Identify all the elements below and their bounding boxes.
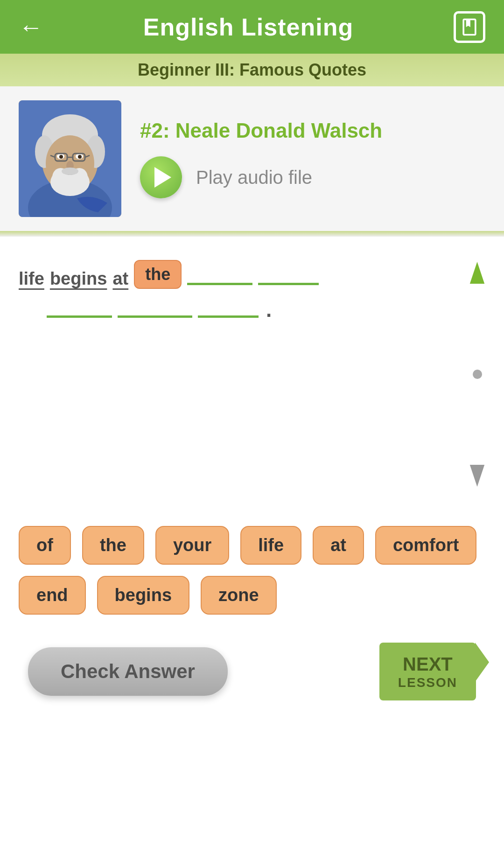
word-chip-zone[interactable]: zone (201, 576, 277, 615)
next-lesson-inner: NEXT LESSON (398, 653, 457, 690)
portrait-svg (19, 100, 121, 217)
word-life: life (19, 269, 44, 289)
svg-point-11 (78, 155, 82, 159)
play-triangle-icon (154, 167, 171, 188)
next-lesson-container: NEXT LESSON (379, 643, 476, 700)
book-icon[interactable] (454, 11, 485, 43)
word-at: at (112, 269, 128, 289)
word-chip-of[interactable]: of (19, 526, 71, 565)
divider (0, 231, 504, 237)
back-button[interactable]: ← (19, 15, 43, 39)
speaker-section: #2: Neale Donald Walsch Play audio file (0, 86, 504, 231)
blank-slot-3[interactable] (47, 314, 112, 318)
scroll-down-arrow[interactable] (464, 463, 490, 489)
lesson-text: LESSON (398, 675, 457, 690)
bottom-buttons: Check Answer NEXT LESSON (0, 624, 504, 719)
play-label: Play audio file (196, 167, 312, 188)
word-chip-life[interactable]: life (240, 526, 301, 565)
period: . (266, 298, 272, 322)
next-text: NEXT (403, 653, 453, 675)
word-chip-your[interactable]: your (155, 526, 229, 565)
subtitle-text: Beginner III: Famous Quotes (138, 60, 366, 80)
scroll-dot (473, 370, 482, 379)
blank-slot-4[interactable] (118, 314, 192, 318)
word-chip-comfort[interactable]: comfort (375, 526, 476, 565)
word-chip-end[interactable]: end (19, 576, 86, 615)
svg-point-21 (62, 168, 78, 175)
book-svg (459, 17, 480, 37)
speaker-name: #2: Neale Donald Walsch (140, 119, 382, 142)
subtitle-bar: Beginner III: Famous Quotes (0, 54, 504, 86)
word-chip-the[interactable]: the (82, 526, 144, 565)
play-button[interactable] (140, 156, 182, 198)
word-bank: of the your life at comfort end begins z… (0, 517, 504, 624)
speaker-photo (19, 100, 121, 217)
word-chip-begins[interactable]: begins (97, 576, 189, 615)
sentence-line-2: . (47, 298, 485, 322)
quiz-section: life begins at the . (0, 237, 504, 517)
scroll-up-arrow[interactable] (464, 260, 490, 286)
blank-slot-5[interactable] (198, 314, 259, 318)
check-answer-button[interactable]: Check Answer (28, 647, 228, 696)
blank-slot-1[interactable] (187, 281, 252, 285)
placed-word-the[interactable]: the (134, 260, 182, 289)
header: ← English Listening (0, 0, 504, 54)
svg-point-10 (59, 155, 63, 159)
blank-slot-2[interactable] (258, 281, 319, 285)
next-lesson-button[interactable]: NEXT LESSON (379, 643, 476, 700)
app-title: English Listening (143, 13, 353, 41)
svg-marker-22 (470, 262, 484, 284)
sentence-line-1: life begins at the (19, 260, 485, 289)
speaker-info: #2: Neale Donald Walsch Play audio file (140, 119, 382, 198)
play-button-row[interactable]: Play audio file (140, 156, 382, 198)
word-chip-at[interactable]: at (313, 526, 364, 565)
scroll-arrows (464, 260, 490, 489)
svg-marker-23 (470, 465, 484, 487)
word-begins: begins (50, 269, 107, 289)
